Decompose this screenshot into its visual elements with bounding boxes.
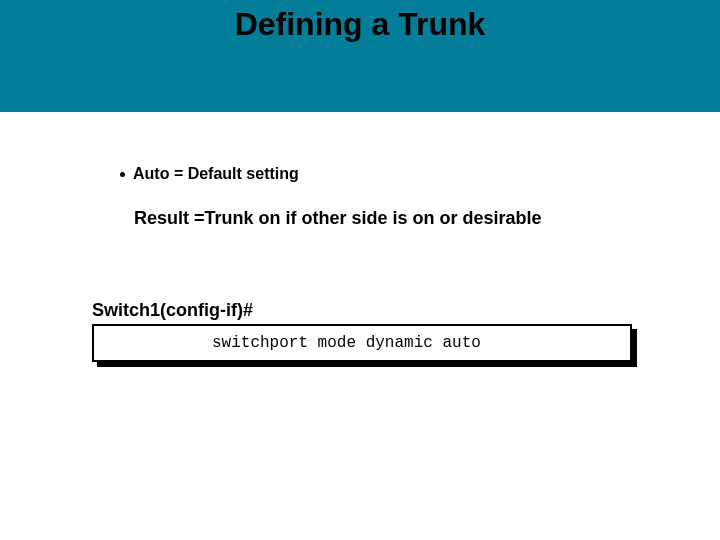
cli-prompt: Switch1(config-if)# <box>92 300 253 321</box>
bullet-text: Auto = Default setting <box>133 165 299 183</box>
slide: Defining a Trunk Auto = Default setting … <box>0 0 720 540</box>
result-text: Result =Trunk on if other side is on or … <box>134 208 542 229</box>
bullet-item: Auto = Default setting <box>120 165 299 183</box>
slide-title: Defining a Trunk <box>0 6 720 43</box>
command-box: switchport mode dynamic auto <box>92 324 632 362</box>
command-text: switchport mode dynamic auto <box>94 334 481 352</box>
bullet-dot-icon <box>120 172 125 177</box>
